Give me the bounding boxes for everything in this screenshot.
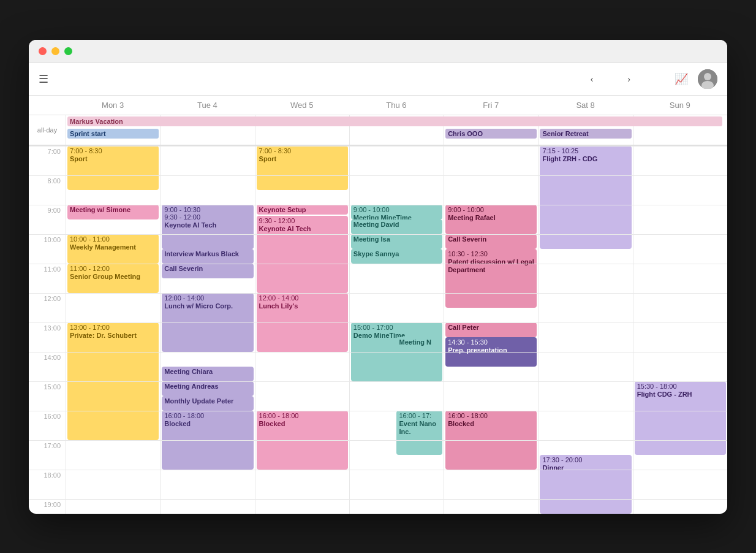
all-day-event-chris[interactable]: Chris OOO [445, 129, 537, 139]
hour-lines-sun [633, 146, 727, 514]
event-thu-meeting-minetime[interactable]: 9:00 - 10:00 Meeting MineTime [351, 205, 442, 219]
event-wed-keynotesetup[interactable]: Keynote Setup [257, 205, 348, 215]
event-thu-nano[interactable]: 16:00 - 17: Event Nano Inc. [396, 411, 442, 455]
menu-icon[interactable]: ☰ [39, 72, 48, 86]
event-tue-keynote[interactable]: 9:30 - 12:00 Keynote AI Tech [162, 212, 253, 249]
titlebar [29, 40, 727, 63]
event-tue-callseverin[interactable]: Call Severin [162, 264, 253, 278]
event-title: Call Peter [448, 324, 534, 332]
time-1500: 15:00 [29, 381, 66, 411]
time-labels: 7:00 8:00 9:00 10:00 11:00 12:00 13:00 1… [29, 146, 66, 514]
event-title: Meeting MineTime [353, 214, 440, 219]
event-sat-dinner[interactable]: 17:30 - 20:00 Dinner [540, 455, 631, 514]
event-tue-interview[interactable]: Interview Markus Black [162, 249, 253, 264]
event-mon-senior[interactable]: 11:00 - 12:00 Senior Group Meeting [67, 264, 159, 293]
svg-point-1 [704, 73, 711, 80]
day-col-tue: 9:00 - 10:30 Talk Markus Black 9:30 - 12… [160, 146, 254, 514]
event-title: Sport [259, 155, 346, 163]
event-title: Prep. presentation [448, 346, 534, 354]
event-title: Monthly Update Peter [164, 397, 251, 405]
time-1000: 10:00 [29, 234, 66, 264]
event-title: Flight CDG - ZRH [637, 391, 724, 399]
event-time: 15:30 - 18:00 [637, 383, 724, 391]
header-left: ☰ [39, 72, 588, 86]
event-fri-rafael[interactable]: 9:00 - 10:00 Meeting Rafael [445, 205, 537, 234]
day-label-sun: Sun 9 [670, 101, 690, 110]
event-time: 9:30 - 12:00 [164, 213, 251, 221]
event-fri-patent[interactable]: 10:30 - 12:30 Patent discussion w/ Legal… [445, 249, 537, 308]
event-mon-sport[interactable]: 7:00 - 8:30 Sport [67, 146, 159, 190]
time-1300: 13:00 [29, 322, 66, 352]
avatar[interactable] [698, 69, 717, 89]
event-mon-weekly[interactable]: 10:00 - 11:00 Weekly Management [67, 234, 159, 264]
event-title: Meeting N [399, 338, 440, 346]
event-fri-prep[interactable]: 14:30 - 15:30 Prep. presentation [445, 337, 537, 367]
event-mon-schubert[interactable]: 13:00 - 17:00 Private: Dr. Schubert [67, 322, 159, 440]
event-thu-isa[interactable]: Meeting Isa [351, 234, 442, 249]
event-title: Meeting Isa [353, 235, 440, 243]
day-col-sun: 15:30 - 18:00 Flight CDG - ZRH [633, 146, 727, 514]
event-title: Lunch Lily's [259, 302, 346, 310]
event-tue-blocked[interactable]: 16:00 - 18:00 Blocked [162, 411, 253, 470]
event-title: Meeting w/ Simone [70, 206, 156, 214]
event-wed-sport[interactable]: 7:00 - 8:30 Sport [257, 146, 348, 190]
event-tue-chiara[interactable]: Meeting Chiara [162, 367, 253, 381]
day-header-fri: Fri 7 [444, 96, 538, 115]
event-tue-andreas[interactable]: Meeting Andreas [162, 381, 253, 396]
day-col-mon: 7:00 - 8:30 Sport Meeting w/ Simone 10:0… [66, 146, 160, 514]
event-thu-david[interactable]: Meeting David [351, 219, 442, 234]
event-fri-blocked[interactable]: 16:00 - 18:00 Blocked [445, 411, 537, 470]
event-title: Dinner [542, 464, 629, 472]
day-col-sat: 7:15 - 10:25 Flight ZRH - CDG 17:30 - 20… [538, 146, 632, 514]
event-tue-lunch[interactable]: 12:00 - 14:00 Lunch w/ Micro Corp. [162, 293, 253, 352]
day-label-fri: Fri 7 [483, 101, 499, 110]
time-grid-scroll[interactable]: 7:00 8:00 9:00 10:00 11:00 12:00 13:00 1… [29, 146, 727, 514]
day-header-sat: Sat 8 [538, 96, 632, 115]
event-title: Call Severin [448, 235, 534, 243]
event-fri-callpeter[interactable]: Call Peter [445, 322, 537, 337]
time-800: 8:00 [29, 175, 66, 205]
event-time: 10:00 - 11:00 [70, 235, 156, 243]
event-title: Private: Dr. Schubert [70, 332, 156, 340]
event-title: Meeting Rafael [448, 214, 534, 222]
next-nav-button[interactable]: › [625, 72, 633, 86]
event-sat-flight-zrh[interactable]: 7:15 - 10:25 Flight ZRH - CDG [540, 146, 631, 249]
all-day-event-senior-retreat[interactable]: Senior Retreat [540, 129, 631, 139]
event-time: 16:00 - 18:00 [259, 412, 346, 420]
event-wed-lunch[interactable]: 12:00 - 14:00 Lunch Lily's [257, 293, 348, 352]
event-title: Weekly Management [70, 243, 156, 251]
event-thu-sannya[interactable]: Skype Sannya [351, 249, 442, 264]
event-title: Event Nano Inc. [399, 420, 440, 436]
event-title: Flight ZRH - CDG [542, 155, 629, 163]
event-time: 9:30 - 12:00 [259, 217, 346, 225]
today-button[interactable] [605, 77, 615, 82]
time-gutter-header [29, 96, 66, 115]
day-header-sun: Sun 9 [633, 96, 727, 115]
maximize-button[interactable] [64, 47, 72, 55]
event-time: 16:00 - 18:00 [448, 412, 534, 420]
event-time: 14:30 - 15:30 [448, 338, 534, 346]
day-headers: Mon 3 Tue 4 Wed 5 Thu 6 Fri 7 Sat 8 Sun … [29, 96, 727, 115]
event-tue-monthly[interactable]: Monthly Update Peter [162, 396, 253, 411]
event-title: Blocked [448, 420, 534, 428]
event-time: 16:00 - 18:00 [164, 412, 251, 420]
time-grid: 7:00 8:00 9:00 10:00 11:00 12:00 13:00 1… [29, 146, 727, 514]
close-button[interactable] [39, 47, 47, 55]
all-day-event-markus[interactable]: Markus Vacation [67, 116, 722, 126]
all-day-event-sprint[interactable]: Sprint start [67, 129, 159, 139]
minimize-button[interactable] [51, 47, 59, 55]
event-wed-blocked[interactable]: 16:00 - 18:00 Blocked [257, 411, 348, 470]
all-day-mon: Markus Vacation Sprint start [66, 115, 160, 145]
event-mon-simone[interactable]: Meeting w/ Simone [67, 205, 159, 219]
event-title: Blocked [259, 420, 346, 428]
time-900: 9:00 [29, 205, 66, 234]
event-title: Keynote AI Tech [164, 221, 251, 229]
prev-nav-button[interactable]: ‹ [588, 72, 596, 86]
calendar-header: ☰ ‹ › 📈 [29, 63, 727, 96]
day-header-thu: Thu 6 [349, 96, 444, 115]
event-wed-keynoteai[interactable]: 9:30 - 12:00 Keynote AI Tech [257, 216, 348, 293]
time-1100: 11:00 [29, 264, 66, 293]
event-thu-meeting-n[interactable]: Meeting N [396, 337, 442, 367]
event-sun-flight-cdg[interactable]: 15:30 - 18:00 Flight CDG - ZRH [635, 381, 726, 455]
event-fri-callseverin[interactable]: Call Severin [445, 234, 537, 249]
